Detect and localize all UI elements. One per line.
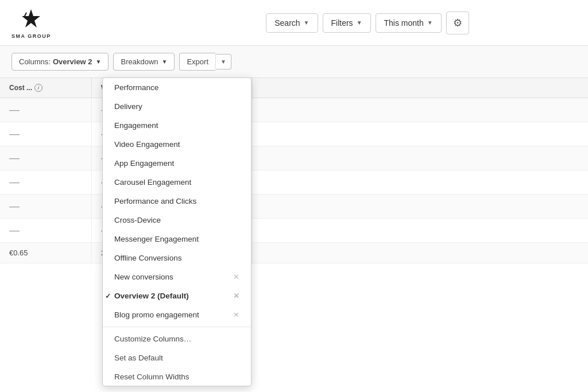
dropdown-item-performance-clicks[interactable]: Performance and Clicks bbox=[103, 192, 251, 211]
main-area: Cost ... i Website... i Cost ... i — bbox=[0, 78, 588, 392]
dropdown-item-set-default[interactable]: Set as Default bbox=[103, 348, 251, 367]
dropdown-item-reset-widths[interactable]: Reset Column Widths bbox=[103, 367, 251, 386]
dropdown-item-offline-conversions[interactable]: Offline Conversions bbox=[103, 249, 251, 267]
breakdown-caret-icon: ▼ bbox=[162, 59, 168, 65]
filters-caret-icon: ▼ bbox=[357, 20, 362, 26]
table-row: — — bbox=[0, 122, 588, 146]
columns-caret-icon: ▼ bbox=[96, 59, 102, 65]
logo-text: SMA GROUP bbox=[11, 33, 51, 39]
topbar-controls: Search ▼ Filters ▼ This month ▼ ⚙ bbox=[266, 11, 469, 34]
dropdown-item-new-conversions[interactable]: New conversions ✕ bbox=[103, 267, 251, 286]
dropdown-item-messenger-engagement[interactable]: Messenger Engagement bbox=[103, 230, 251, 249]
main-panel: Columns: Overview 2 ▼ Breakdown ▼ Export… bbox=[0, 46, 588, 392]
topbar: SMA GROUP Search ▼ Filters ▼ This month … bbox=[0, 0, 588, 46]
export-button[interactable]: Export bbox=[179, 53, 215, 71]
dropdown-item-engagement[interactable]: Engagement bbox=[103, 116, 251, 135]
columns-prefix: Columns: bbox=[19, 57, 51, 66]
toolbar-row: Columns: Overview 2 ▼ Breakdown ▼ Export… bbox=[0, 46, 588, 78]
columns-value: Overview 2 bbox=[53, 57, 92, 66]
this-month-button[interactable]: This month ▼ bbox=[376, 13, 442, 33]
col-header-cost1: Cost ... i bbox=[0, 78, 92, 98]
new-conversions-delete-icon[interactable]: ✕ bbox=[233, 273, 239, 281]
table-row: — — bbox=[0, 98, 588, 122]
table-row: — — bbox=[0, 219, 588, 243]
table-row: — — bbox=[0, 170, 588, 195]
table-header: Cost ... i Website... i Cost ... i bbox=[0, 78, 588, 98]
table-container: Cost ... i Website... i Cost ... i — bbox=[0, 78, 588, 263]
dropdown-divider bbox=[103, 327, 251, 327]
blog-promo-delete-icon[interactable]: ✕ bbox=[233, 311, 239, 319]
logo-icon bbox=[18, 7, 44, 32]
logo-area: SMA GROUP bbox=[11, 7, 51, 39]
dropdown-item-customize-columns[interactable]: Customize Columns… bbox=[103, 329, 251, 348]
dropdown-item-blog-promo[interactable]: Blog promo engagement ✕ bbox=[103, 305, 251, 324]
columns-button[interactable]: Columns: Overview 2 ▼ bbox=[11, 53, 109, 71]
table-row: €0.65 270 €0.0 bbox=[0, 243, 588, 263]
overview2-delete-icon[interactable]: ✕ bbox=[233, 292, 239, 300]
this-month-caret-icon: ▼ bbox=[427, 20, 433, 26]
table-row: — — bbox=[0, 195, 588, 219]
content-area: Columns: Overview 2 ▼ Breakdown ▼ Export… bbox=[0, 46, 588, 392]
table-row: — — bbox=[0, 146, 588, 170]
settings-button[interactable]: ⚙ bbox=[446, 11, 469, 34]
export-caret-button[interactable]: ▼ bbox=[215, 54, 231, 69]
col-info-icon-1[interactable]: i bbox=[34, 84, 42, 92]
dropdown-item-performance[interactable]: Performance bbox=[103, 78, 251, 97]
dropdown-item-carousel-engagement[interactable]: Carousel Engagement bbox=[103, 173, 251, 192]
dropdown-item-video-engagement[interactable]: Video Engagement bbox=[103, 135, 251, 154]
search-caret-icon: ▼ bbox=[304, 20, 310, 26]
columns-dropdown: Performance Delivery Engagement Video En… bbox=[102, 77, 252, 386]
export-split: Export ▼ bbox=[179, 53, 231, 71]
breakdown-button[interactable]: Breakdown ▼ bbox=[113, 53, 175, 71]
dropdown-item-delivery[interactable]: Delivery bbox=[103, 97, 251, 116]
dropdown-item-app-engagement[interactable]: App Engagement bbox=[103, 154, 251, 173]
dropdown-item-cross-device[interactable]: Cross-Device bbox=[103, 211, 251, 230]
dropdown-item-overview2[interactable]: Overview 2 (Default) ✕ bbox=[103, 286, 251, 305]
filters-button[interactable]: Filters ▼ bbox=[323, 13, 371, 33]
search-button[interactable]: Search ▼ bbox=[266, 13, 318, 33]
